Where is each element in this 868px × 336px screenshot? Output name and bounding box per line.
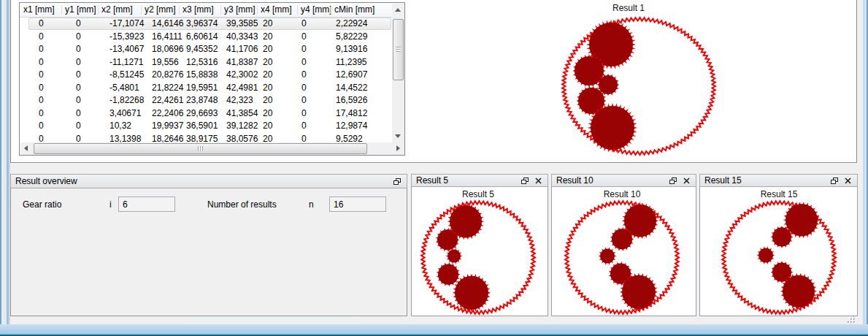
column-header[interactable]: x2 [mm] — [101, 3, 133, 17]
table-cell: 14,4522 — [336, 82, 367, 95]
result-15-titlebar[interactable]: Result 15 — [699, 174, 858, 187]
table-cell: 12,5316 — [186, 56, 218, 69]
table-cell: 39,3585 — [226, 18, 258, 31]
chart-title: Result 15 — [761, 189, 798, 199]
table-cell: 16,4111 — [152, 31, 183, 44]
ring-gear — [565, 201, 679, 314]
table-cell: 38,9175 — [186, 133, 218, 143]
table-cell: -13,4067 — [110, 43, 144, 56]
table-cell: 20 — [263, 31, 272, 44]
table-cell: 19,9937 — [152, 120, 183, 133]
vertical-scrollbar[interactable] — [392, 4, 404, 142]
column-separator — [297, 5, 298, 15]
table-cell: 0 — [39, 107, 44, 121]
close-panel-button[interactable] — [681, 175, 691, 186]
scroll-right-button[interactable] — [392, 142, 404, 155]
close-panel-button[interactable] — [533, 175, 543, 186]
gear-body — [772, 227, 791, 246]
table-cell: -17,1074 — [110, 18, 144, 31]
results-table[interactable]: x1 [mm]y1 [mm]x2 [mm]y2 [mm]x3 [mm]y3 [m… — [19, 2, 405, 156]
table-row[interactable]: 00-17,107414,61463,9637439,35852002,2292… — [20, 18, 392, 31]
table-cell: 17,4812 — [336, 107, 367, 121]
table-cell: 0 — [76, 31, 81, 44]
column-header[interactable]: x1 [mm] — [23, 3, 55, 17]
table-row[interactable]: 003,4067122,240629,669341,385420017,4812 — [20, 107, 392, 121]
table-cell: 11,2395 — [336, 56, 367, 69]
table-cell: 12,9874 — [336, 120, 367, 133]
table-cell: 0 — [76, 82, 81, 95]
panel-title: Result 10 — [556, 175, 665, 186]
table-cell: 29,6693 — [186, 107, 218, 121]
scroll-right-icon — [396, 145, 400, 151]
number-of-results-field[interactable] — [329, 196, 386, 212]
horizontal-scrollbar[interactable] — [20, 142, 404, 155]
float-panel-button[interactable] — [392, 176, 402, 186]
scroll-down-button[interactable] — [392, 130, 404, 142]
chart-title: Result 1 — [612, 3, 645, 13]
table-row[interactable]: 00-1,8226822,426123,874842,32320016,5926 — [20, 94, 392, 107]
close-icon — [535, 177, 542, 184]
gear-chart-result-10: Result 10 — [552, 187, 696, 316]
table-row[interactable]: 00-11,127119,55612,531641,838720011,2395 — [20, 56, 392, 69]
gear-ratio-field[interactable] — [118, 196, 175, 212]
table-cell: 23,8748 — [186, 94, 218, 107]
result-overview-titlebar[interactable]: Result overview — [10, 174, 407, 188]
table-cell: 0 — [302, 56, 307, 69]
table-cell: 20 — [263, 133, 272, 143]
vertical-scrollbar-thumb[interactable] — [393, 19, 404, 80]
gear-body — [622, 275, 656, 309]
table-row[interactable]: 00-5,480121,822419,595142,498120014,4522 — [20, 82, 392, 95]
table-cell: 12,6907 — [336, 69, 367, 82]
column-header[interactable]: y3 [mm] — [224, 3, 256, 17]
ring-gear — [722, 201, 836, 314]
table-cell: 20 — [263, 43, 272, 56]
result-15-panel: Result 15 Result 15 — [699, 174, 858, 316]
table-cell: 36,5901 — [186, 120, 218, 133]
results-workspace: Result 1 x1 [mm]y1 [mm]x2 [mm]y2 [mm]x3 … — [10, 0, 857, 163]
float-panel-button[interactable] — [520, 175, 530, 186]
close-icon — [683, 177, 690, 184]
column-header[interactable]: cMin [mm] — [334, 3, 375, 17]
table-row[interactable]: 0013,139818,264638,917538,05762009,5292 — [20, 133, 392, 143]
table-cell: 0 — [302, 69, 307, 82]
table-cell: 19,5951 — [186, 82, 218, 95]
result-10-titlebar[interactable]: Result 10 — [551, 174, 696, 187]
table-cell: -5,4801 — [110, 82, 139, 95]
column-separator — [331, 5, 331, 15]
table-row[interactable]: 00-13,406718,06969,4535241,17062009,1391… — [20, 43, 392, 56]
resize-grip-icon — [847, 315, 856, 324]
table-row[interactable]: 0010,3219,993736,590139,128220012,9874 — [20, 120, 392, 133]
close-panel-button[interactable] — [842, 175, 853, 186]
table-cell: 0 — [39, 120, 44, 133]
column-header[interactable]: x3 [mm] — [183, 3, 214, 17]
gear-ratio-label: Gear ratio — [23, 197, 61, 212]
column-header[interactable]: y4 [mm] — [301, 3, 332, 17]
column-header[interactable]: x4 [mm] — [261, 3, 292, 17]
table-cell: 0 — [39, 69, 44, 82]
table-cell: 41,3854 — [226, 107, 258, 121]
table-cell: 18,0696 — [152, 43, 183, 56]
float-panel-button[interactable] — [668, 175, 678, 186]
gear-body — [591, 106, 634, 150]
scroll-left-button[interactable] — [20, 142, 33, 155]
gear-ratio-symbol: i — [110, 197, 112, 212]
horizontal-scrollbar-thumb[interactable] — [34, 143, 367, 154]
result-5-titlebar[interactable]: Result 5 — [411, 174, 548, 187]
gear-body — [758, 248, 773, 262]
table-cell: 0 — [76, 94, 81, 107]
column-header[interactable]: y1 [mm] — [65, 3, 96, 17]
column-separator — [179, 5, 180, 15]
column-header[interactable]: y2 [mm] — [145, 3, 176, 17]
table-row[interactable]: 00-8,5124520,827615,883842,300220012,690… — [20, 69, 392, 82]
gear-body — [786, 204, 818, 236]
table-cell: 0 — [39, 82, 44, 95]
table-cell: 16,5926 — [336, 94, 367, 107]
table-cell: 0 — [302, 82, 307, 95]
gear-body — [448, 249, 461, 262]
table-cell: 0 — [39, 94, 44, 107]
float-panel-button[interactable] — [829, 175, 840, 186]
table-row[interactable]: 00-15,392316,41116,6061440,33432005,8222… — [20, 31, 392, 44]
table-cell: -11,1271 — [110, 56, 143, 69]
table-cell: 0 — [302, 120, 307, 133]
scroll-up-button[interactable] — [392, 4, 404, 16]
